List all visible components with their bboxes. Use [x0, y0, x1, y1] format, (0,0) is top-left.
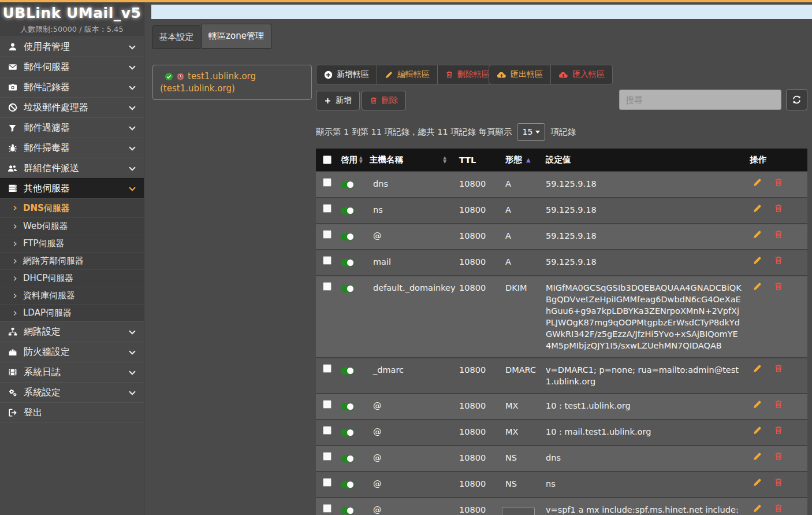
- edit-record-icon[interactable]: [753, 503, 762, 513]
- enable-toggle[interactable]: [341, 507, 354, 514]
- enable-toggle[interactable]: [341, 429, 354, 436]
- edit-record-icon[interactable]: [753, 364, 762, 373]
- per-page-select[interactable]: 15: [517, 123, 545, 141]
- sidebar-item-other-servers[interactable]: 其他伺服器: [0, 178, 144, 198]
- delete-record-icon[interactable]: [774, 203, 783, 213]
- delete-record-icon[interactable]: [774, 364, 783, 373]
- enable-toggle[interactable]: [341, 285, 354, 292]
- chevron-down-icon: [128, 165, 136, 173]
- sidebar-item-logout[interactable]: 登出: [0, 402, 144, 423]
- sidebar-item-system-log[interactable]: 系統日誌: [0, 362, 144, 382]
- edit-record-icon[interactable]: [753, 255, 762, 265]
- row-checkbox[interactable]: [323, 426, 331, 435]
- column-header-ttl[interactable]: TTL: [459, 155, 505, 165]
- enable-toggle[interactable]: [341, 233, 354, 240]
- column-header-type[interactable]: 形態 ▲: [505, 154, 546, 165]
- delete-record-icon[interactable]: [774, 229, 783, 239]
- type-cell: NS: [505, 446, 546, 469]
- sidebar-subitem-network-neighbor-server[interactable]: 網路芳鄰伺服器: [0, 252, 144, 269]
- type-cell: DKIM: [505, 276, 546, 299]
- enable-toggle[interactable]: [341, 481, 354, 488]
- column-header-host[interactable]: 主機名稱 ▲▼: [370, 154, 459, 165]
- ttl-cell: 10800: [459, 172, 505, 195]
- delete-record-icon[interactable]: [774, 477, 783, 487]
- refresh-button[interactable]: [786, 89, 807, 110]
- sidebar-item-mail-filter[interactable]: 郵件過濾器: [0, 117, 144, 138]
- pagination-page-button[interactable]: [502, 507, 535, 515]
- enable-toggle[interactable]: [341, 181, 354, 188]
- search-input[interactable]: [619, 90, 781, 110]
- delete-record-icon[interactable]: [774, 281, 783, 291]
- add-record-button[interactable]: 新增: [316, 91, 360, 110]
- sidebar-subitem-database-server[interactable]: 資料庫伺服器: [0, 287, 144, 304]
- edit-zone-button[interactable]: 編輯轄區: [377, 65, 437, 84]
- delete-record-icon[interactable]: [774, 451, 783, 461]
- export-zone-button[interactable]: 匯出轄區: [489, 65, 550, 84]
- edit-record-icon[interactable]: [753, 399, 762, 409]
- edit-record-icon[interactable]: [753, 281, 762, 291]
- edit-record-icon[interactable]: [753, 425, 762, 435]
- sidebar-item-firewall-settings[interactable]: 防火牆設定: [0, 342, 144, 362]
- tab-basic-settings[interactable]: 基本設定: [152, 25, 200, 49]
- sidebar-item-group-mail-delivery[interactable]: 群組信件派送: [0, 158, 144, 178]
- row-checkbox[interactable]: [323, 230, 331, 239]
- host-cell: default._domainkey: [370, 276, 459, 299]
- dns-records-table: 啓用 ▲▼ 主機名稱 ▲▼ TTL 形態 ▲ 設定值 操作: [316, 149, 807, 515]
- sidebar-item-label: 郵件掃毒器: [24, 142, 70, 154]
- edit-record-icon[interactable]: [753, 229, 762, 239]
- column-header-enable[interactable]: 啓用 ▲▼: [341, 154, 370, 165]
- row-checkbox[interactable]: [323, 178, 331, 187]
- row-checkbox[interactable]: [323, 400, 331, 409]
- sidebar-subitem-ftp-server[interactable]: FTP伺服器: [0, 235, 144, 252]
- sidebar-subitem-ldap-server[interactable]: LDAP伺服器: [0, 304, 144, 321]
- add-zone-button[interactable]: 新增轄區: [316, 65, 377, 84]
- per-page-value: 15: [522, 127, 532, 136]
- value-cell: 59.125.9.18: [546, 224, 746, 247]
- sidebar-item-spam-handler[interactable]: 垃圾郵件處理器: [0, 97, 144, 117]
- sidebar-item-network-settings[interactable]: 網路設定: [0, 321, 144, 342]
- delete-record-icon[interactable]: [774, 399, 783, 409]
- sidebar-subitem-web-server[interactable]: Web伺服器: [0, 217, 144, 235]
- records-info-text: 顯示第 1 到第 11 項記錄，總共 11 項記錄 每頁顯示: [316, 127, 512, 138]
- edit-record-icon[interactable]: [753, 477, 762, 487]
- column-header-value[interactable]: 設定值: [546, 154, 746, 165]
- enable-toggle[interactable]: [341, 207, 354, 214]
- sidebar-item-mail-server[interactable]: 郵件伺服器: [0, 57, 144, 77]
- enable-toggle[interactable]: [341, 455, 354, 462]
- sidebar-item-mail-recorder[interactable]: 郵件記錄器: [0, 77, 144, 97]
- edit-record-icon[interactable]: [753, 203, 762, 213]
- row-checkbox[interactable]: [323, 452, 331, 461]
- delete-record-icon[interactable]: [774, 503, 783, 513]
- value-cell: v=DMARC1; p=none; rua=mailto:admin@test1…: [546, 358, 746, 393]
- row-checkbox[interactable]: [323, 504, 331, 513]
- chevron-down-icon: [128, 104, 136, 112]
- enable-toggle[interactable]: [341, 259, 354, 266]
- row-checkbox[interactable]: [323, 282, 331, 291]
- edit-record-icon[interactable]: [753, 451, 762, 461]
- sidebar-item-mail-antivirus[interactable]: 郵件掃毒器: [0, 138, 144, 158]
- row-checkbox[interactable]: [323, 364, 331, 373]
- sidebar-subitem-dns-server[interactable]: DNS伺服器: [0, 198, 144, 217]
- edit-record-icon[interactable]: [753, 177, 762, 187]
- sidebar-item-system-settings[interactable]: 系統設定: [0, 382, 144, 402]
- host-cell: dns: [370, 172, 459, 195]
- toggle-knob: [347, 481, 353, 488]
- row-checkbox[interactable]: [323, 256, 331, 265]
- row-checkbox[interactable]: [323, 478, 331, 487]
- enable-toggle[interactable]: [341, 367, 354, 375]
- row-checkbox[interactable]: [323, 204, 331, 213]
- zone-list-item[interactable]: test1.ublink.org (test1.ublink.org): [152, 65, 312, 100]
- ttl-cell: 10800: [459, 420, 505, 443]
- tab-zone-management[interactable]: 轄區zone管理: [201, 24, 271, 49]
- delete-record-icon[interactable]: [774, 255, 783, 265]
- delete-record-button[interactable]: 刪除: [362, 91, 406, 110]
- sidebar-item-user-management[interactable]: 使用者管理: [0, 36, 144, 57]
- select-all-checkbox[interactable]: [323, 155, 331, 164]
- delete-record-icon[interactable]: [774, 177, 783, 187]
- delete-record-icon[interactable]: [774, 425, 783, 435]
- sort-icon: ▲▼: [359, 156, 363, 164]
- enable-toggle[interactable]: [341, 403, 354, 410]
- import-zone-button[interactable]: 匯入轄區: [550, 65, 612, 84]
- sidebar-subitem-dhcp-server[interactable]: DHCP伺服器: [0, 269, 144, 287]
- sidebar-item-label: 網路設定: [24, 326, 61, 338]
